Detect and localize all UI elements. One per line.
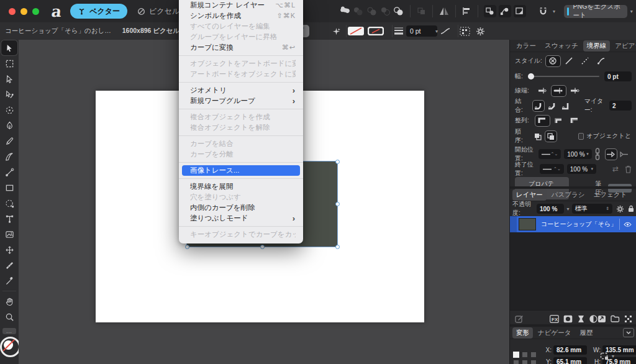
link-positions-icon[interactable] (594, 148, 601, 160)
pressure-end-button[interactable] (619, 149, 630, 160)
mask-icon[interactable] (563, 315, 573, 323)
corner-tool[interactable] (1, 102, 17, 117)
cap-butt-button[interactable] (535, 86, 550, 96)
stroke-style-none-button[interactable] (546, 56, 560, 66)
pressure-profile-icon[interactable] (440, 27, 451, 35)
lock-icon[interactable] (628, 205, 634, 212)
stroke-style-solid-button[interactable] (562, 56, 576, 66)
zoom-tool[interactable] (1, 309, 17, 324)
selection-handle-s[interactable] (260, 245, 265, 249)
tab-path-brushes[interactable]: パスブラシ (548, 189, 589, 201)
pen-tool[interactable] (1, 118, 17, 133)
stroke-style-brush-button[interactable] (594, 56, 609, 66)
pattern-layer-icon[interactable] (624, 315, 632, 323)
shape-builder-tool[interactable] (1, 196, 17, 211)
style-picker-tool[interactable] (1, 258, 17, 273)
scale-with-object-toggle[interactable] (514, 5, 526, 17)
vector-crop-tool[interactable] (1, 242, 17, 257)
enhance-icon[interactable] (328, 24, 344, 38)
menu-item[interactable]: 複合オブジェクトを解除 (179, 122, 303, 133)
selection-handle-e[interactable] (335, 202, 340, 206)
transform-mode-control[interactable]: ▾ (599, 352, 614, 360)
new-group-folder-icon[interactable] (611, 315, 620, 322)
color-picker-tool[interactable] (1, 273, 17, 288)
window-zoom-button[interactable] (32, 8, 39, 15)
transform-objects-separately-toggle[interactable] (484, 5, 496, 17)
tab-swatches[interactable]: スウォッチ (541, 40, 582, 52)
tab-stroke[interactable]: 境界線 (583, 40, 611, 52)
menu-item[interactable]: ジオメトリ (179, 85, 303, 96)
merge-curves-button[interactable] (415, 4, 429, 18)
menu-item[interactable]: 新規コンテナ レイヤー ⌥⌘L (179, 0, 303, 11)
opacity-input[interactable]: 100 % (537, 204, 564, 214)
blend-mode-select[interactable]: 標準⇕ (572, 204, 612, 214)
rectangle-tool[interactable] (1, 180, 17, 195)
window-minimize-button[interactable] (20, 8, 27, 15)
transform-mode-caret[interactable]: ▾ (612, 353, 614, 359)
menu-item[interactable]: 内側のカーブを削除 (179, 202, 303, 213)
menu-item[interactable]: オブジェクトをアートボードに変換 (179, 58, 303, 69)
join-round-button[interactable] (533, 101, 545, 111)
tab-history[interactable]: 履歴 (576, 327, 596, 339)
boolean-add-button[interactable] (338, 4, 352, 18)
stroke-width-slider[interactable] (528, 76, 599, 77)
alignment-button[interactable] (460, 4, 474, 18)
pressure-start-button[interactable] (606, 149, 617, 160)
menu-item[interactable]: 塗りつぶしモード (179, 213, 303, 224)
menu-item[interactable]: カーブを分離 (179, 149, 303, 160)
pencil-tool[interactable] (1, 134, 17, 148)
flip-horizontal-button[interactable] (437, 4, 451, 18)
selection-handle-ne[interactable] (335, 160, 340, 164)
end-position-input[interactable]: 100 %▾ (567, 164, 596, 174)
selection-handle-sw[interactable] (185, 245, 189, 249)
tab-styles[interactable]: スタイル (632, 189, 636, 201)
show-alignment-handles-toggle[interactable] (499, 5, 511, 17)
align-center-button[interactable] (535, 116, 550, 126)
tab-navigator[interactable]: ナビゲータ (534, 327, 575, 339)
selection-handle-se[interactable] (335, 245, 340, 249)
tab-transform[interactable]: 変形 (512, 327, 533, 339)
text-tool[interactable] (1, 211, 17, 226)
join-bevel-button[interactable] (546, 101, 558, 111)
slider-knob[interactable] (528, 73, 534, 80)
menu-item[interactable]: すべてのレイヤーを編集 (179, 21, 303, 32)
trash-icon[interactable] (625, 165, 632, 173)
x-input[interactable]: 82.6 mm (553, 345, 587, 355)
menu-item[interactable]: シンボルを作成 ⇧⌘K (179, 11, 303, 21)
persona-tab-vector[interactable]: ベクター (70, 4, 127, 19)
layer-name[interactable]: コーヒーショップ「そら」のおしゃれ… (541, 220, 616, 229)
cap-round-button[interactable] (552, 86, 566, 96)
transform-panel-chevron-icon[interactable] (623, 328, 634, 337)
boolean-intersect-button[interactable] (365, 4, 379, 18)
stroke-swatch[interactable] (368, 27, 384, 35)
stroke-style-dash-button[interactable] (578, 56, 593, 66)
export-shortcut-button[interactable]: PNGをエクスポート (564, 5, 627, 18)
new-layer-icon[interactable] (597, 315, 606, 323)
align-outside-button[interactable] (568, 116, 582, 126)
start-position-input[interactable]: 100 %▾ (564, 149, 592, 159)
layer-visibility-eye-icon[interactable] (624, 222, 632, 227)
gradient-tool[interactable] (1, 165, 17, 180)
window-close-button[interactable] (9, 8, 16, 15)
menu-item[interactable]: アートボードをオブジェクトに変換 (179, 69, 303, 80)
vector-brush-tool[interactable] (1, 149, 17, 164)
menu-item[interactable]: 穴を塗りつぶす (179, 192, 303, 202)
stroke-width-value[interactable]: 0 pt (604, 71, 632, 81)
snapping-grid-icon[interactable] (460, 27, 470, 36)
swap-positions-icon[interactable]: ⇄ (612, 165, 619, 173)
view-tool[interactable] (1, 294, 17, 309)
fx-icon[interactable]: FX (550, 315, 559, 323)
menu-item[interactable]: 画像トレース... (182, 165, 300, 176)
snapping-magnet-button[interactable] (537, 4, 550, 18)
menu-item[interactable]: 複合オブジェクトを作成 (179, 112, 303, 122)
more-tools-button[interactable]: ... (2, 328, 16, 334)
export-caret[interactable]: ▾ (630, 9, 633, 14)
layer-thumbnail[interactable] (519, 218, 536, 230)
snapping-caret[interactable]: ▾ (553, 9, 555, 14)
edit-adjustment-icon[interactable] (515, 314, 524, 323)
adjustment-icon[interactable] (589, 315, 597, 323)
y-input[interactable]: 65.1 mm (553, 357, 587, 364)
join-miter-button[interactable] (560, 101, 571, 111)
transform-point-tool[interactable] (1, 87, 17, 102)
menu-item[interactable]: 境界線を展開 (179, 181, 303, 192)
